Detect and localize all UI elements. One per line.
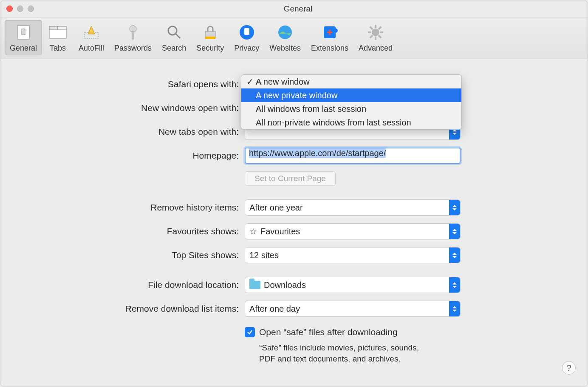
favourites-shows-label: Favourites shows:: [0, 226, 245, 236]
open-safe-label[interactable]: Open “safe” files after downloading: [259, 327, 398, 337]
tab-security[interactable]: Security: [191, 20, 229, 55]
svg-rect-11: [205, 37, 215, 39]
lock-icon: [200, 23, 221, 42]
tab-search[interactable]: Search: [157, 20, 191, 55]
svg-point-17: [372, 28, 379, 36]
gear-icon: [365, 23, 386, 42]
svg-point-14: [278, 26, 292, 39]
select-stepper-icon: [449, 200, 460, 215]
safari-opens-with-menu: ✓ A new window A new private window All …: [241, 74, 462, 130]
general-icon: [13, 23, 34, 42]
remove-history-select[interactable]: After one year: [245, 199, 461, 216]
svg-rect-4: [58, 26, 66, 30]
tab-extensions[interactable]: Extensions: [306, 20, 353, 55]
autofill-icon: [81, 23, 102, 42]
top-sites-label: Top Sites shows:: [0, 250, 245, 260]
svg-line-23: [379, 35, 381, 38]
globe-icon: [274, 23, 296, 42]
puzzle-icon: [319, 23, 340, 42]
help-button[interactable]: ?: [562, 361, 576, 375]
svg-rect-13: [244, 28, 249, 35]
tab-label: Extensions: [311, 44, 348, 53]
tab-privacy[interactable]: Privacy: [229, 20, 264, 55]
tab-label: Tabs: [50, 44, 66, 53]
open-safe-checkbox[interactable]: [245, 327, 255, 337]
folder-icon: [249, 281, 260, 289]
svg-line-22: [370, 27, 373, 29]
menu-item-new-private-window[interactable]: A new private window: [241, 88, 461, 102]
checkmark-icon: ✓: [246, 77, 256, 87]
homepage-input[interactable]: https://www.apple.com/de/startpage/: [245, 148, 461, 164]
favourites-select[interactable]: ☆ Favourites: [245, 223, 461, 239]
traffic-lights: [6, 6, 34, 12]
tab-general[interactable]: General: [5, 20, 42, 55]
tab-label: Privacy: [234, 44, 259, 53]
tab-websites[interactable]: Websites: [264, 20, 306, 55]
svg-point-16: [334, 28, 338, 33]
homepage-label: Homepage:: [0, 151, 245, 161]
select-stepper-icon: [449, 277, 460, 293]
top-sites-select[interactable]: 12 sites: [245, 247, 461, 263]
svg-line-25: [370, 35, 373, 38]
tab-label: Advanced: [359, 44, 393, 53]
tab-label: AutoFill: [79, 44, 104, 53]
tab-tabs[interactable]: Tabs: [42, 20, 74, 55]
tab-advanced[interactable]: Advanced: [353, 20, 398, 55]
tabs-icon: [47, 23, 68, 42]
tab-label: Security: [196, 44, 224, 53]
key-icon: [122, 23, 144, 42]
close-icon[interactable]: [6, 6, 13, 12]
new-windows-label: New windows open with:: [0, 103, 245, 113]
safari-opens-with-label: Safari opens with:: [0, 79, 245, 89]
tab-label: Search: [162, 44, 186, 53]
menu-item-all-nonprivate-last-session[interactable]: All non-private windows from last sessio…: [241, 116, 461, 129]
remove-downloads-label: Remove download list items:: [0, 304, 245, 314]
svg-line-24: [379, 27, 381, 29]
tab-label: Websites: [269, 44, 301, 53]
download-location-select[interactable]: Downloads: [245, 277, 461, 293]
privacy-icon: [236, 23, 257, 42]
select-stepper-icon: [449, 248, 460, 263]
svg-line-9: [176, 34, 180, 38]
menu-item-all-windows-last-session[interactable]: All windows from last session: [241, 102, 461, 116]
window-title: General: [34, 4, 588, 14]
select-stepper-icon: [449, 301, 460, 316]
tab-label: Passwords: [114, 44, 152, 53]
remove-downloads-select[interactable]: After one day: [245, 301, 461, 317]
menu-item-new-window[interactable]: ✓ A new window: [241, 75, 461, 88]
tab-label: General: [10, 44, 37, 53]
remove-history-label: Remove history items:: [0, 202, 245, 213]
minimize-icon[interactable]: [17, 6, 23, 12]
svg-rect-1: [22, 29, 25, 35]
svg-rect-7: [132, 31, 134, 39]
maximize-icon[interactable]: [28, 6, 34, 12]
select-stepper-icon: [449, 224, 460, 239]
svg-rect-2: [49, 29, 66, 38]
svg-point-8: [168, 26, 177, 35]
search-icon: [164, 23, 185, 42]
tab-passwords[interactable]: Passwords: [109, 20, 157, 55]
prefs-toolbar: General Tabs AutoFill Passwords Search: [0, 17, 588, 59]
tab-autofill[interactable]: AutoFill: [74, 20, 109, 55]
safe-files-description: “Safe” files include movies, pictures, s…: [259, 342, 425, 364]
star-icon: ☆: [249, 226, 257, 236]
preferences-window: General General Tabs AutoFill Passwords: [0, 0, 588, 387]
new-tabs-label: New tabs open with:: [0, 127, 245, 137]
svg-rect-3: [49, 26, 58, 30]
set-current-page-button[interactable]: Set to Current Page: [245, 171, 336, 186]
download-location-label: File download location:: [0, 280, 245, 290]
titlebar: General: [0, 0, 588, 17]
